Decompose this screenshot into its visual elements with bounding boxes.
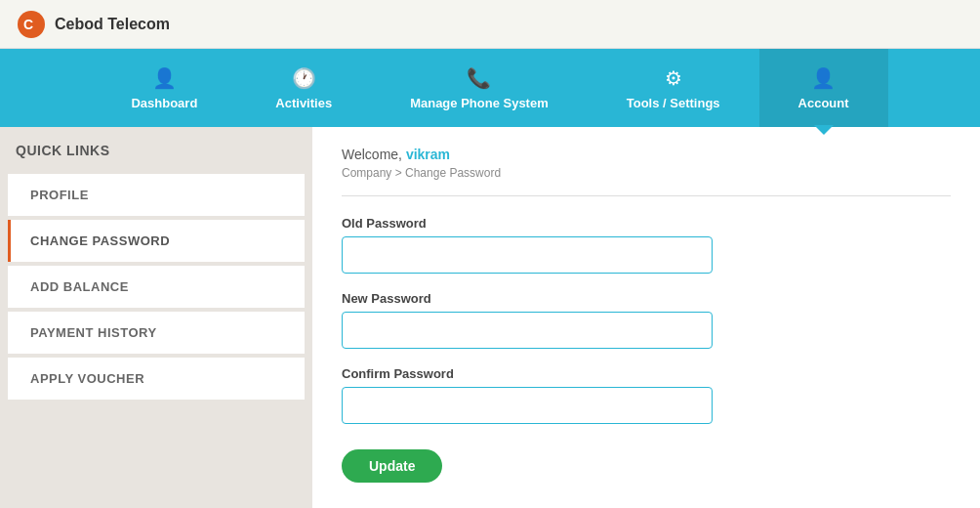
welcome-user: vikram	[406, 147, 450, 162]
old-password-group: Old Password	[342, 216, 951, 274]
new-password-label: New Password	[342, 291, 951, 306]
logo-text: Cebod Telecom	[55, 16, 170, 33]
update-button[interactable]: Update	[342, 449, 442, 483]
nav-item-tools[interactable]: ⚙ Tools / Settings	[588, 49, 759, 127]
quick-links-title: QUICK LINKS	[0, 143, 312, 170]
sidebar-item-add-balance[interactable]: ADD BALANCE	[8, 266, 305, 308]
nav-bar: 👤 Dashboard 🕐 Activities 📞 Manage Phone …	[0, 49, 980, 127]
content-area: QUICK LINKS PROFILE CHANGE PASSWORD ADD …	[0, 127, 980, 508]
phone-icon: 📞	[467, 66, 491, 90]
nav-label-dashboard: Dashboard	[131, 96, 197, 110]
confirm-password-label: Confirm Password	[342, 366, 951, 381]
nav-label-account: Account	[798, 96, 849, 110]
welcome-prefix: Welcome,	[342, 147, 406, 162]
logo-icon: C	[16, 9, 47, 40]
sidebar-item-profile[interactable]: PROFILE	[8, 174, 305, 216]
welcome-text: Welcome, vikram	[342, 147, 951, 162]
breadcrumb: Company > Change Password	[342, 166, 951, 196]
settings-icon: ⚙	[665, 66, 682, 90]
logo: C Cebod Telecom	[16, 9, 170, 40]
sidebar-item-apply-voucher[interactable]: APPLY VOUCHER	[8, 358, 305, 400]
dashboard-icon: 👤	[152, 66, 177, 90]
nav-item-account[interactable]: 👤 Account	[759, 49, 888, 127]
old-password-input[interactable]	[342, 236, 713, 274]
nav-label-manage-phone: Manage Phone System	[410, 96, 549, 110]
old-password-label: Old Password	[342, 216, 951, 231]
activities-icon: 🕐	[292, 66, 316, 90]
nav-item-activities[interactable]: 🕐 Activities	[236, 49, 371, 127]
confirm-password-input[interactable]	[342, 387, 713, 424]
confirm-password-group: Confirm Password	[342, 366, 951, 424]
svg-text:C: C	[23, 17, 33, 32]
nav-label-activities: Activities	[275, 96, 332, 110]
nav-item-dashboard[interactable]: 👤 Dashboard	[92, 49, 236, 127]
sidebar: QUICK LINKS PROFILE CHANGE PASSWORD ADD …	[0, 127, 312, 508]
main-panel: Welcome, vikram Company > Change Passwor…	[312, 127, 980, 508]
nav-label-tools: Tools / Settings	[627, 96, 720, 110]
new-password-input[interactable]	[342, 312, 713, 349]
top-header: C Cebod Telecom	[0, 0, 980, 49]
new-password-group: New Password	[342, 291, 951, 349]
sidebar-item-payment-history[interactable]: PAYMENT HISTORY	[8, 312, 305, 354]
sidebar-item-change-password[interactable]: CHANGE PASSWORD	[8, 220, 305, 262]
account-icon: 👤	[811, 66, 836, 90]
nav-item-manage-phone[interactable]: 📞 Manage Phone System	[371, 49, 588, 127]
